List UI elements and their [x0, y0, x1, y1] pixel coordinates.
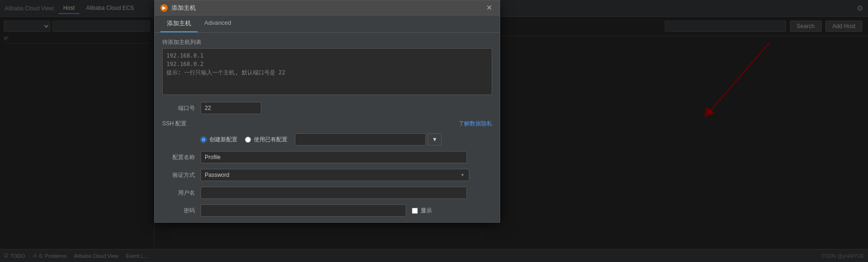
modal-title: 添加主机 [172, 4, 484, 12]
auth-label: 验证方式 [162, 171, 195, 179]
radio-create-new[interactable]: 创建新配置 [201, 136, 237, 144]
radio-create-label: 创建新配置 [209, 136, 237, 144]
show-password-checkbox[interactable] [412, 208, 418, 214]
host-list-textarea[interactable] [162, 48, 492, 95]
password-label: 密码 [162, 207, 195, 215]
auth-select[interactable]: Password Key Keyboard Interactive [201, 169, 469, 181]
modal-overlay: ▶ 添加主机 ✕ 添加主机 Advanced 待添加主机列表 端口号 SS [0, 0, 868, 262]
modal-tabs: 添加主机 Advanced [155, 15, 500, 33]
ssh-section-header: SSH 配置 了解数据隐私 [162, 120, 492, 128]
ssh-label: SSH 配置 [162, 120, 187, 128]
privacy-link[interactable]: 了解数据隐私 [459, 120, 492, 128]
config-dropdown-input[interactable] [295, 133, 426, 146]
port-label: 端口号 [162, 104, 195, 112]
config-dropdown: ▼ [295, 133, 442, 146]
config-dropdown-button[interactable]: ▼ [428, 133, 442, 146]
modal-tab-advanced[interactable]: Advanced [198, 15, 238, 32]
auth-row: 验证方式 Password Key Keyboard Interactive [162, 169, 492, 181]
username-label: 用户名 [162, 189, 195, 197]
username-row: 用户名 [162, 187, 492, 199]
modal-tab-add-host[interactable]: 添加主机 [160, 15, 198, 32]
show-password-toggle[interactable]: 显示 [412, 207, 432, 215]
profile-input[interactable] [201, 151, 467, 163]
username-input[interactable] [201, 187, 467, 199]
password-input[interactable] [201, 204, 406, 217]
add-host-modal: ▶ 添加主机 ✕ 添加主机 Advanced 待添加主机列表 端口号 SS [154, 0, 500, 223]
port-input[interactable] [201, 102, 261, 114]
profile-row: 配置名称 [162, 151, 492, 163]
show-label: 显示 [421, 207, 432, 215]
modal-title-bar: ▶ 添加主机 ✕ [155, 0, 500, 15]
auth-select-wrapper: Password Key Keyboard Interactive [201, 169, 469, 181]
modal-app-icon: ▶ [160, 4, 168, 12]
modal-close-button[interactable]: ✕ [484, 3, 494, 12]
host-list-label: 待添加主机列表 [162, 38, 492, 46]
port-row: 端口号 [162, 102, 492, 114]
radio-create-input[interactable] [201, 137, 207, 143]
radio-options: 创建新配置 使用已有配置 ▼ [201, 133, 442, 146]
profile-label: 配置名称 [162, 153, 195, 161]
radio-row: 创建新配置 使用已有配置 ▼ [162, 133, 492, 146]
radio-use-existing[interactable]: 使用已有配置 [245, 136, 287, 144]
radio-existing-input[interactable] [245, 137, 251, 143]
password-row: 密码 显示 [162, 204, 492, 217]
host-list-section: 待添加主机列表 [162, 38, 492, 96]
modal-body: 待添加主机列表 端口号 SSH 配置 了解数据隐私 创建新配置 [155, 33, 500, 222]
radio-existing-label: 使用已有配置 [254, 136, 287, 144]
